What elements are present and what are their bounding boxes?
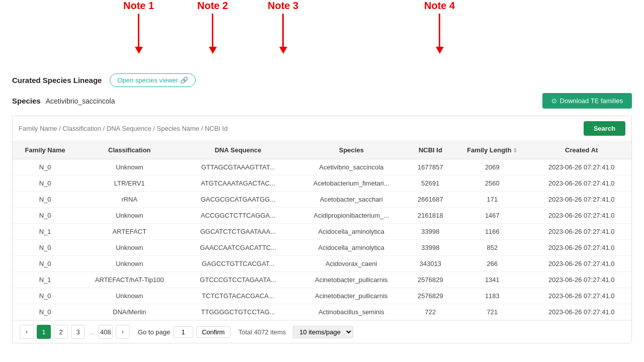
cell-ncbi-id: 52691 <box>408 175 453 192</box>
col-header-family-name: Family Name <box>13 141 77 159</box>
lineage-label: Curated Species Lineage <box>12 76 102 84</box>
table-row: N_0 rRNA GACGCGCATGAATGG... Acetobacter_… <box>13 192 631 208</box>
cell-ncbi-id: 2161818 <box>408 208 453 224</box>
next-page-button[interactable]: › <box>116 325 130 339</box>
table-container: Search Family Name Classification DNA Se… <box>12 116 632 343</box>
cell-created-at: 2023-06-26 07:27:41.0 <box>531 159 631 175</box>
cell-family-length: 171 <box>453 192 531 208</box>
col-header-ncbi-id: NCBI Id <box>408 141 453 159</box>
note-1-arrow <box>138 14 139 49</box>
table-row: N_0 LTR/ERV1 ATGTCAAATAGACTAC... Acetoba… <box>13 175 631 192</box>
open-species-button[interactable]: Open species viewer 🔗 <box>110 73 195 87</box>
cell-species: Acinetobacter_pullicarnis <box>295 272 408 288</box>
cell-ncbi-id: 33998 <box>408 224 453 240</box>
cell-created-at: 2023-06-26 07:27:41.0 <box>531 192 631 208</box>
cell-classification: LTR/ERV1 <box>77 175 181 192</box>
table-row: N_0 Unknown ACCGGCTCTTCAGGA... Acidiprop… <box>13 208 631 224</box>
cell-dna-sequence: GTCCCGTCCTAGAATA... <box>181 272 295 288</box>
table-row: N_1 ARTEFACT GGCATCTCTGAATAAA... Acidoce… <box>13 224 631 240</box>
table-row: N_1 ARTEFACT/hAT-Tip100 GTCCCGTCCTAGAATA… <box>13 272 631 288</box>
note-4-label: Note 4 <box>424 0 455 12</box>
note-1-label: Note 1 <box>123 0 154 12</box>
total-items-label: Total 4072 items <box>238 328 286 336</box>
cell-family-length: 2560 <box>453 175 531 192</box>
search-bar: Search <box>13 116 631 141</box>
cell-classification: rRNA <box>77 192 181 208</box>
cell-dna-sequence: ATGTCAAATAGACTAC... <box>181 175 295 192</box>
prev-page-button[interactable]: ‹ <box>20 325 34 339</box>
confirm-page-button[interactable]: Confirm <box>196 326 230 338</box>
lineage-row: Curated Species Lineage Open species vie… <box>12 73 632 87</box>
cell-created-at: 2023-06-26 07:27:41.0 <box>531 256 631 272</box>
cell-classification: Unknown <box>77 208 181 224</box>
cell-created-at: 2023-06-26 07:27:41.0 <box>531 288 631 304</box>
table-row: N_0 Unknown TCTCTGTACACGACA... Acinetoba… <box>13 288 631 304</box>
main-content: Curated Species Lineage Open species vie… <box>0 65 644 351</box>
cell-species: Acidocella_aminolytica <box>295 224 408 240</box>
page-408-button[interactable]: 408 <box>99 325 113 339</box>
pagination-bar: ‹ 1 2 3 ... 408 › Go to page Confirm Tot… <box>13 320 631 343</box>
species-name-value: Acetivibrio_saccincola <box>46 97 115 105</box>
cell-dna-sequence: ACCGGCTCTTCAGGA... <box>181 208 295 224</box>
col-header-created-at: Created At <box>531 141 631 159</box>
cell-family-name: N_1 <box>13 224 77 240</box>
search-button[interactable]: Search <box>584 121 625 136</box>
cell-created-at: 2023-06-26 07:27:41.0 <box>531 272 631 288</box>
cell-family-name: N_1 <box>13 272 77 288</box>
go-to-page-input[interactable] <box>173 326 193 338</box>
cell-species: Acidipropionibacterium_... <box>295 208 408 224</box>
note-4: Note 4 <box>424 0 455 49</box>
cell-ncbi-id: 343013 <box>408 256 453 272</box>
cell-ncbi-id: 33998 <box>408 240 453 256</box>
col-header-dna-sequence: DNA Sequence <box>181 141 295 159</box>
cell-family-length: 1183 <box>453 288 531 304</box>
page-3-button[interactable]: 3 <box>71 325 85 339</box>
cell-species: Acetobacter_sacchari <box>295 192 408 208</box>
cell-family-length: 1467 <box>453 208 531 224</box>
cell-family-name: N_0 <box>13 304 77 320</box>
col-header-family-length[interactable]: Family Length <box>453 141 531 159</box>
cell-created-at: 2023-06-26 07:27:41.0 <box>531 304 631 320</box>
cell-dna-sequence: GTTAGCGTAAAGTTAT... <box>181 159 295 175</box>
download-te-families-button[interactable]: ⊙ Download TE families <box>542 93 632 109</box>
cell-species: Acinetobacter_pullicarnis <box>295 288 408 304</box>
cell-family-name: N_0 <box>13 256 77 272</box>
annotations-area: Note 1 Note 2 Note 3 Note 4 <box>0 0 644 65</box>
cell-ncbi-id: 2576829 <box>408 288 453 304</box>
cell-classification: Unknown <box>77 256 181 272</box>
data-table: Family Name Classification DNA Sequence … <box>13 141 631 320</box>
page-dots: ... <box>88 328 96 336</box>
per-page-select[interactable]: 10 items/page 20 items/page 50 items/pag… <box>293 326 353 338</box>
note-3-arrow <box>282 14 284 49</box>
note-2-label: Note 2 <box>197 0 228 12</box>
cell-created-at: 2023-06-26 07:27:41.0 <box>531 240 631 256</box>
page-1-button[interactable]: 1 <box>37 325 51 339</box>
species-label: Species <box>12 97 41 105</box>
cell-family-name: N_0 <box>13 240 77 256</box>
table-row: N_0 DNA/Merlin TTGGGGCTGTCCTAG... Actino… <box>13 304 631 320</box>
cell-classification: Unknown <box>77 159 181 175</box>
note-1: Note 1 <box>123 0 154 49</box>
note-3: Note 3 <box>268 0 298 49</box>
species-row: Species Acetivibrio_saccincola ⊙ Downloa… <box>12 93 632 109</box>
cell-classification: Unknown <box>77 240 181 256</box>
cell-classification: Unknown <box>77 288 181 304</box>
cell-dna-sequence: GGCATCTCTGAATAAA... <box>181 224 295 240</box>
page-2-button[interactable]: 2 <box>54 325 68 339</box>
cell-dna-sequence: TCTCTGTACACGACA... <box>181 288 295 304</box>
table-row: N_0 Unknown GTTAGCGTAAAGTTAT... Acetivib… <box>13 159 631 175</box>
cell-species: Acetivibrio_saccincola <box>295 159 408 175</box>
go-to-page-area: Go to page Confirm <box>138 326 230 338</box>
cell-species: Actinobacillus_seminis <box>295 304 408 320</box>
search-input[interactable] <box>19 125 584 132</box>
cell-ncbi-id: 2661687 <box>408 192 453 208</box>
cell-created-at: 2023-06-26 07:27:41.0 <box>531 224 631 240</box>
cell-family-length: 721 <box>453 304 531 320</box>
cell-family-length: 1166 <box>453 224 531 240</box>
cell-dna-sequence: TTGGGGCTGTCCTAG... <box>181 304 295 320</box>
cell-family-name: N_0 <box>13 208 77 224</box>
note-2: Note 2 <box>197 0 228 49</box>
cell-created-at: 2023-06-26 07:27:41.0 <box>531 208 631 224</box>
cell-family-length: 852 <box>453 240 531 256</box>
cell-dna-sequence: GAACCAATCGACATTC... <box>181 240 295 256</box>
